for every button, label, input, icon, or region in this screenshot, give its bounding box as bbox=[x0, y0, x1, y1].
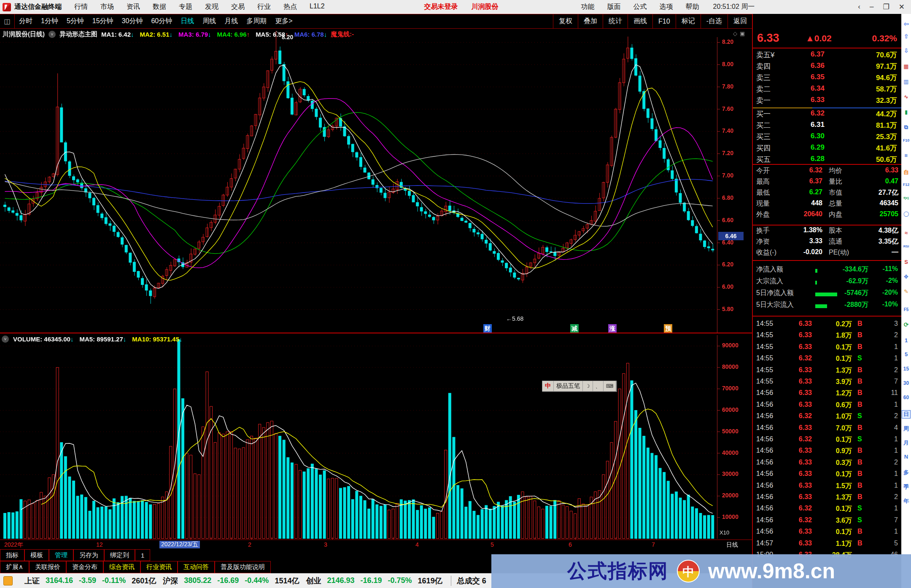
toolbar-button-标记[interactable]: 标记 bbox=[676, 14, 701, 28]
toolbar-button-画线[interactable]: 画线 bbox=[628, 14, 652, 28]
f12-icon[interactable]: F12 bbox=[901, 183, 911, 187]
tick-row[interactable]: 14:576.331.1万B5 bbox=[753, 540, 901, 551]
period-tab-周线[interactable]: 周线 bbox=[198, 17, 220, 26]
f10-icon[interactable]: F10 bbox=[901, 138, 911, 142]
tick-row[interactable]: 14:556.320.1万S1 bbox=[753, 354, 901, 366]
tick-row[interactable]: 14:566.323.6万S7 bbox=[753, 516, 901, 528]
kline-icon[interactable]: ▮ bbox=[901, 109, 911, 115]
rsi-icon[interactable]: RSI bbox=[901, 244, 911, 248]
tab-扩展∧[interactable]: 扩展∧ bbox=[0, 561, 29, 573]
ime-icon-0[interactable]: ☽ bbox=[583, 381, 593, 391]
ime-icons[interactable]: ☽、⌨ bbox=[583, 381, 616, 391]
tick-row[interactable]: 14:556.330.2万B3 bbox=[753, 320, 901, 331]
menu-item-帮助[interactable]: 帮助 bbox=[679, 3, 706, 11]
menu-item-行情[interactable]: 行情 bbox=[68, 3, 94, 11]
tick-row[interactable]: 14:566.330.1万B1 bbox=[753, 470, 901, 481]
period-n-icon[interactable]: N bbox=[901, 454, 911, 460]
period-1-icon[interactable]: 1 bbox=[901, 337, 911, 344]
chevron-down-icon[interactable]: ˅ bbox=[2, 336, 9, 343]
period-tab-60分钟[interactable]: 60分钟 bbox=[147, 17, 176, 26]
bid-row[interactable]: 买四6.2941.6万 bbox=[753, 143, 901, 155]
toolbar-button-叠加[interactable]: 叠加 bbox=[578, 14, 603, 28]
event-flag-减[interactable]: 减 bbox=[570, 324, 579, 333]
tab-资金分布[interactable]: 资金分布 bbox=[66, 561, 103, 573]
tick-row[interactable]: 14:566.320.1万S1 bbox=[753, 435, 901, 447]
menu-item-L1L2[interactable]: L1L2 bbox=[303, 3, 331, 11]
tick-row[interactable]: 14:566.331.2万B11 bbox=[753, 389, 901, 400]
period-tab-5分钟[interactable]: 5分钟 bbox=[62, 17, 88, 26]
period-60-icon[interactable]: 60 bbox=[901, 395, 911, 400]
menu-item-选项[interactable]: 选项 bbox=[653, 3, 679, 11]
toolbar-button-统计[interactable]: 统计 bbox=[603, 14, 628, 28]
tab-综合资讯[interactable]: 综合资讯 bbox=[103, 561, 140, 573]
ime-lang-icon[interactable]: 中 bbox=[542, 381, 554, 391]
period-tab-月线[interactable]: 月线 bbox=[220, 17, 242, 26]
tab-行业资讯[interactable]: 行业资讯 bbox=[140, 561, 178, 573]
bid-row[interactable]: 买二6.3181.1万 bbox=[753, 121, 901, 132]
ask-row[interactable]: 卖一6.3332.3万 bbox=[753, 96, 901, 107]
restore-button[interactable]: ❐ bbox=[879, 3, 894, 11]
menu-item-功能[interactable]: 功能 bbox=[575, 3, 601, 11]
tab-互动问答[interactable]: 互动问答 bbox=[178, 561, 215, 573]
f5-icon[interactable]: F5 bbox=[901, 307, 911, 312]
period-tab-15分钟[interactable]: 15分钟 bbox=[88, 17, 118, 26]
ask-row[interactable]: 卖三6.3594.6万 bbox=[753, 73, 901, 84]
formula-icon[interactable]: f(x) bbox=[901, 196, 911, 200]
close-button[interactable]: ✕ bbox=[894, 3, 909, 11]
ask-row[interactable]: 卖五¥6.3770.6万 bbox=[753, 50, 901, 62]
report-icon[interactable]: ▦ bbox=[901, 63, 911, 70]
zixuan-icon[interactable]: 自 bbox=[901, 169, 911, 176]
period-tab-多周期[interactable]: 多周期 bbox=[242, 17, 271, 26]
tick-row[interactable]: 14:566.321.0万S2 bbox=[753, 412, 901, 424]
tab-关联报价[interactable]: 关联报价 bbox=[29, 561, 66, 573]
tab-1[interactable]: 1 bbox=[135, 549, 150, 561]
toolbar-button-返回[interactable]: 返回 bbox=[728, 14, 753, 28]
period-quarter-icon[interactable]: 季 bbox=[901, 483, 911, 491]
tab-指标[interactable]: 指标 bbox=[0, 549, 24, 561]
tick-row[interactable]: 14:566.331.3万B2 bbox=[753, 493, 901, 505]
ring-icon[interactable]: ◯ bbox=[901, 211, 911, 217]
event-flag-涨[interactable]: 涨 bbox=[608, 324, 617, 333]
menu-item-公式[interactable]: 公式 bbox=[627, 3, 653, 11]
menu-alert-item[interactable]: 交易未登录 bbox=[418, 3, 465, 11]
bid-row[interactable]: 买三6.3025.3万 bbox=[753, 132, 901, 143]
scroll-down-icon[interactable]: ⇩ bbox=[901, 47, 911, 54]
tab-模板[interactable]: 模板 bbox=[24, 549, 49, 561]
tick-row[interactable]: 14:556.331.3万B2 bbox=[753, 366, 901, 378]
layout-icon[interactable]: ◫ bbox=[0, 14, 15, 28]
back-button[interactable]: ‹ bbox=[853, 3, 865, 11]
pages-icon[interactable]: ⧉ bbox=[901, 124, 911, 131]
move-icon[interactable]: ✥ bbox=[901, 274, 911, 280]
tick-row[interactable]: 14:566.331.5万B1 bbox=[753, 482, 901, 493]
chevron-down-icon[interactable]: ˅ bbox=[49, 31, 56, 38]
tree-icon[interactable]: ⌗ bbox=[901, 153, 911, 158]
tick-row[interactable]: 14:566.330.6万B1 bbox=[753, 401, 901, 412]
period-tab-分时[interactable]: 分时 bbox=[15, 17, 37, 26]
tick-row[interactable]: 14:566.330.1万B1 bbox=[753, 528, 901, 539]
menu-item-行业[interactable]: 行业 bbox=[251, 3, 277, 11]
period-multi-icon[interactable]: 多 bbox=[901, 469, 911, 476]
menu-item-专题[interactable]: 专题 bbox=[172, 3, 199, 11]
period-week-icon[interactable]: 周 bbox=[901, 425, 911, 432]
tab-另存为[interactable]: 另存为 bbox=[73, 549, 104, 561]
period-day-icon[interactable]: 日 bbox=[902, 410, 911, 419]
period-15-icon[interactable]: 15 bbox=[901, 366, 911, 372]
scroll-up-icon[interactable]: ⇧ bbox=[901, 33, 911, 40]
trend-line-icon[interactable]: ∿ bbox=[901, 94, 911, 100]
chart-corner-icons[interactable]: ◇▣ bbox=[733, 30, 747, 37]
minimize-button[interactable]: – bbox=[865, 3, 878, 11]
tick-row[interactable]: 14:566.320.1万S1 bbox=[753, 505, 901, 516]
bid-row[interactable]: 买一6.3244.2万 bbox=[753, 109, 901, 121]
menu-item-数据[interactable]: 数据 bbox=[146, 3, 172, 11]
period-tab-更多>[interactable]: 更多> bbox=[271, 17, 296, 26]
toolbar-button--自选[interactable]: -自选 bbox=[701, 14, 728, 28]
status-icon[interactable] bbox=[3, 576, 13, 585]
ask-row[interactable]: 卖四6.3697.1万 bbox=[753, 62, 901, 73]
event-flag-预[interactable]: 预 bbox=[664, 324, 672, 333]
ime-name[interactable]: 极品五笔 bbox=[554, 381, 583, 391]
candlestick-volume-canvas[interactable] bbox=[0, 29, 752, 540]
ime-toolbar[interactable]: 中 极品五笔 ☽、⌨ bbox=[542, 381, 617, 392]
refresh-icon[interactable]: ⟳ bbox=[901, 321, 911, 328]
tick-row[interactable]: 14:566.337.0万B4 bbox=[753, 424, 901, 435]
tick-row[interactable]: 14:556.331.8万B2 bbox=[753, 331, 901, 343]
